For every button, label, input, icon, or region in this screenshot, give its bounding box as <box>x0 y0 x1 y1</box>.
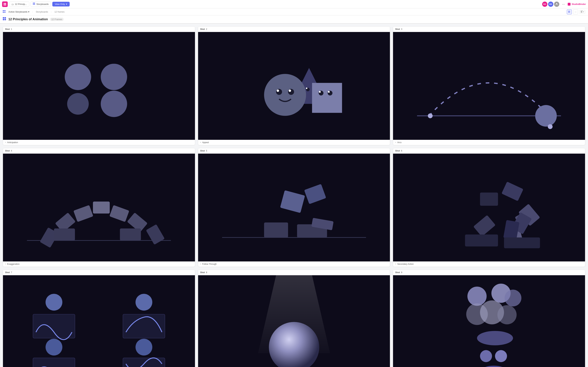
svg-rect-83 <box>33 358 75 367</box>
app-logo[interactable] <box>2 1 8 7</box>
svg-point-97 <box>477 331 513 345</box>
view-only-label: View Only <box>55 3 65 5</box>
shot-footer-5: ≡ Follow Through <box>198 261 390 267</box>
shot-card-5: Shot 5 ≡ Follow Through <box>198 148 390 267</box>
shot-image-9[interactable] <box>393 275 585 367</box>
project-tab-icon: 🗂 <box>11 3 14 6</box>
project-tab[interactable]: 🗂 12 Princip... <box>9 1 29 7</box>
sub-nav-grid-icon[interactable] <box>3 10 6 14</box>
svg-point-35 <box>277 90 279 92</box>
svg-point-40 <box>328 91 330 93</box>
shot-label-icon-3: ≡ <box>395 141 396 143</box>
shot-header-4: Shot 4 <box>3 148 195 154</box>
view-only-button[interactable]: View Only ▾ <box>52 2 70 7</box>
shot-footer-6: ≡ Secondary Action <box>393 261 585 267</box>
shot-image-2[interactable] <box>198 32 390 140</box>
svg-rect-7 <box>34 4 35 5</box>
shot-card-3: Shot 3 ≡ Arcs <box>393 26 585 145</box>
svg-rect-16 <box>569 12 570 13</box>
svg-rect-13 <box>568 11 569 12</box>
svg-point-36 <box>289 90 291 92</box>
svg-rect-58 <box>120 228 141 241</box>
shot-number-3: 3 <box>401 28 402 30</box>
shot-header-6: Shot 6 <box>393 148 585 154</box>
avatar-1[interactable]: RO <box>542 1 547 7</box>
avatar-3[interactable] <box>554 1 559 7</box>
more-options-button[interactable]: ··· <box>561 1 566 7</box>
shot-label-icon-1: ≡ <box>5 141 6 143</box>
svg-point-96 <box>498 305 517 324</box>
shot-number-4: 4 <box>11 150 12 152</box>
shot-image-8[interactable] <box>198 275 390 367</box>
project-title: 12 Principles of Animation <box>9 17 48 21</box>
svg-rect-23 <box>5 19 6 20</box>
shot-image-4[interactable] <box>3 154 195 261</box>
svg-point-25 <box>65 64 91 90</box>
shot-header-2: Shot 2 <box>198 26 390 32</box>
shot-card-2: Shot 2 <box>198 26 390 145</box>
shot-label-1: Anticipation <box>7 141 18 144</box>
shot-image-6[interactable] <box>393 154 585 261</box>
shot-header-9: Shot 9 <box>393 270 585 275</box>
svg-rect-3 <box>5 4 6 5</box>
svg-rect-6 <box>33 4 34 5</box>
active-storyboards-dropdown[interactable]: Active Storyboards ▾ <box>9 10 29 13</box>
svg-rect-53 <box>93 201 110 214</box>
shot-footer-1: ≡ Anticipation <box>3 140 195 145</box>
svg-point-99 <box>495 350 507 362</box>
shot-image-1[interactable] <box>3 32 195 140</box>
dropdown-label: Active Storyboards <box>9 10 27 13</box>
breadcrumb-frames[interactable]: 12 frames <box>54 10 65 13</box>
project-title-bar: 12 Principles of Animation 12 Frames <box>0 15 588 24</box>
svg-rect-15 <box>568 12 569 13</box>
svg-point-46 <box>428 113 432 118</box>
shot-label-icon-6: ≡ <box>395 263 396 265</box>
shot-number-2: 2 <box>206 28 207 30</box>
svg-point-84 <box>135 339 152 355</box>
svg-rect-12 <box>4 12 5 13</box>
shot-footer-3: ≡ Arcs <box>393 140 585 145</box>
svg-point-31 <box>264 74 306 116</box>
svg-rect-79 <box>33 314 75 338</box>
svg-rect-67 <box>480 192 498 206</box>
shot-header-8: Shot 8 <box>198 270 390 275</box>
svg-rect-77 <box>3 275 195 367</box>
shot-label-icon-5: ≡ <box>200 263 201 265</box>
svg-rect-32 <box>312 83 342 113</box>
svg-rect-85 <box>123 358 165 367</box>
grid-view-button[interactable] <box>567 9 572 14</box>
studiobinder-brand: StudioBinder <box>568 3 586 6</box>
svg-rect-17 <box>581 11 583 11</box>
view-chevron: ▾ <box>583 11 584 13</box>
svg-rect-4 <box>33 3 34 3</box>
shot-number-7: 7 <box>11 271 12 274</box>
top-nav: 🗂 12 Princip... Storyboards View Only ▾ … <box>0 0 588 8</box>
shot-image-5[interactable] <box>198 154 390 261</box>
shot-number-8: 8 <box>206 271 207 274</box>
avatar-2[interactable]: RD <box>548 1 553 7</box>
sub-nav-actions: ··· ▾ <box>567 9 585 14</box>
shot-card-7: Shot 7 <box>3 270 195 367</box>
svg-rect-22 <box>3 19 4 20</box>
brand-icon <box>568 3 571 6</box>
breadcrumb-storyboards[interactable]: Storyboards <box>36 10 48 13</box>
sub-nav: Active Storyboards ▾ › Storyboards › 12 … <box>0 8 588 15</box>
shot-image-3[interactable] <box>393 32 585 140</box>
shot-number-9: 9 <box>401 271 402 274</box>
shot-label-6: Secondary Action <box>397 263 414 265</box>
shot-label-icon-2: ≡ <box>200 141 201 143</box>
shot-card-8: Shot 8 <box>198 270 390 367</box>
svg-point-8 <box>556 3 557 4</box>
svg-point-93 <box>505 290 521 306</box>
svg-rect-0 <box>4 3 5 4</box>
project-tab-label: 12 Princip... <box>15 3 27 5</box>
svg-rect-19 <box>581 12 582 13</box>
storyboard-tab[interactable]: Storyboards <box>31 1 51 7</box>
shot-label-4: Exaggeration <box>7 263 20 265</box>
shot-image-7[interactable] <box>3 275 195 367</box>
svg-rect-10 <box>4 10 5 11</box>
svg-point-91 <box>467 287 487 306</box>
shot-footer-4: ≡ Exaggeration <box>3 261 195 267</box>
more-options-sub-button[interactable]: ··· <box>573 9 578 14</box>
view-options-dropdown[interactable]: ▾ <box>579 10 585 14</box>
